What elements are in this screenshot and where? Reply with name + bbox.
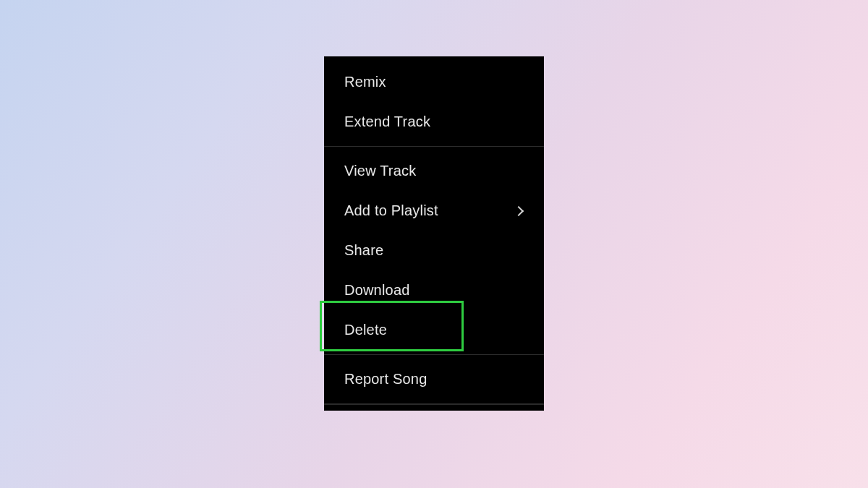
chevron-right-icon	[514, 205, 524, 215]
menu-item-report-song[interactable]: Report Song	[324, 359, 544, 399]
context-menu: Remix Extend Track View Track Add to Pla…	[324, 56, 544, 411]
menu-item-label: View Track	[344, 163, 416, 179]
menu-item-label: Download	[344, 282, 410, 299]
menu-item-share[interactable]: Share	[324, 231, 544, 270]
menu-item-download[interactable]: Download	[324, 270, 544, 310]
menu-item-view-track[interactable]: View Track	[324, 151, 544, 191]
menu-item-add-to-playlist[interactable]: Add to Playlist	[324, 191, 544, 231]
menu-item-label: Remix	[344, 74, 386, 90]
menu-bottom-line	[324, 403, 544, 405]
menu-divider	[324, 146, 544, 147]
menu-item-label: Report Song	[344, 371, 427, 388]
menu-item-remix[interactable]: Remix	[324, 62, 544, 102]
menu-item-label: Add to Playlist	[344, 202, 438, 219]
menu-item-delete[interactable]: Delete	[324, 310, 544, 350]
menu-item-label: Delete	[344, 322, 387, 338]
menu-item-extend-track[interactable]: Extend Track	[324, 102, 544, 142]
menu-item-label: Extend Track	[344, 114, 430, 130]
menu-divider	[324, 354, 544, 355]
menu-item-label: Share	[344, 242, 383, 259]
